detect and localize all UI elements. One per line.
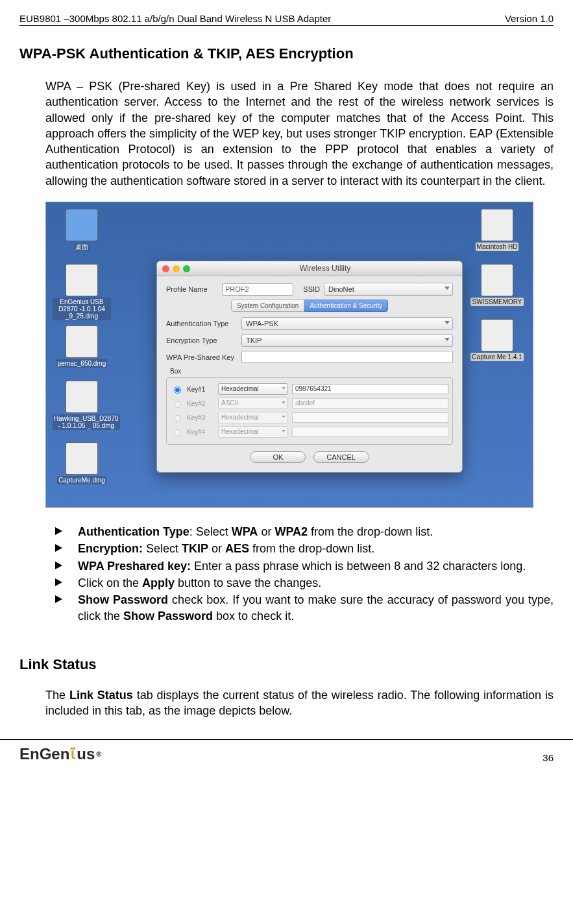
tab-auth-security[interactable]: Authentication & Security	[304, 300, 388, 312]
section-title-link-status: Link Status	[19, 656, 554, 673]
file-icon	[66, 264, 98, 296]
window-titlebar: Wireless Utility	[157, 261, 462, 276]
file-icon	[66, 326, 98, 358]
key2-label: Key#2	[187, 400, 214, 407]
desktop-drive-icon: Macintosh HD	[468, 209, 526, 251]
logo-swirl-icon: ῖ	[71, 746, 75, 763]
psk-field[interactable]	[241, 351, 453, 363]
bullet-encryption: Encryption: Select TKIP or AES from the …	[55, 541, 554, 556]
section2-paragraph: The Link Status tab displays the current…	[45, 687, 554, 719]
key1-type-select[interactable]: Hexadecimal	[218, 383, 288, 395]
app-icon	[481, 319, 513, 351]
bullet-list: Authentication Type: Select WPA or WPA2 …	[55, 524, 554, 624]
desktop-icon-label: CaptureMe.dmg	[57, 476, 106, 484]
key3-label: Key#3	[187, 414, 214, 421]
header-left: EUB9801 –300Mbps 802.11 a/b/g/n Dual Ban…	[19, 13, 331, 24]
psk-label: WPA Pre-Shared Key	[166, 353, 238, 361]
desktop-icon-label: 桌面	[74, 243, 90, 251]
profile-name-label: Profile Name	[166, 285, 218, 293]
window-title: Wireless Utility	[193, 264, 457, 273]
key2-value-field: abcdef	[292, 398, 448, 409]
engenius-logo: EnGenῖus®	[19, 745, 101, 763]
desktop-icon-label: EnGenius USB D2870 -1.0.1.04 _9_25.dmg	[53, 298, 111, 320]
page-number: 36	[543, 752, 554, 763]
wep-key-group: Key#1 Hexadecimal 0987654321 Key#2 ASCII…	[166, 377, 453, 445]
ssid-label: SSID	[297, 285, 320, 293]
ssid-select[interactable]: DinoNet	[324, 283, 453, 296]
wireless-utility-window: Wireless Utility Profile Name PROF2 SSID…	[156, 261, 463, 473]
desktop-icon-label: Hawking_USB_D2870 - 1.0.1.05 _ 05.dmg	[53, 414, 120, 430]
desktop-dmg-icon: EnGenius USB D2870 -1.0.1.04 _9_25.dmg	[53, 264, 111, 320]
drive-icon	[481, 264, 513, 296]
bullet-preshared-key: WPA Preshared key: Enter a pass phrase w…	[55, 558, 554, 574]
bullet-show-password: Show Password check box. If you want to …	[55, 592, 554, 624]
desktop-dmg-icon: Hawking_USB_D2870 - 1.0.1.05 _ 05.dmg	[53, 381, 111, 430]
close-icon[interactable]	[162, 265, 169, 272]
mac-screenshot: 桌面 EnGenius USB D2870 -1.0.1.04 _9_25.dm…	[45, 202, 533, 508]
key2-radio	[174, 401, 181, 408]
bullet-auth-type: Authentication Type: Select WPA or WPA2 …	[55, 524, 554, 539]
desktop-drive-icon: SWISSMEMORY	[468, 264, 526, 306]
cancel-button[interactable]: CANCEL	[313, 451, 369, 463]
section1-paragraph: WPA – PSK (Pre-shared Key) is used in a …	[45, 78, 554, 189]
desktop-folder-icon: 桌面	[53, 209, 111, 251]
key4-label: Key#4	[187, 429, 214, 436]
minimize-icon[interactable]	[173, 265, 180, 272]
drive-icon	[481, 209, 513, 241]
folder-icon	[66, 209, 98, 241]
key3-value-field	[292, 412, 448, 423]
bullet-apply: Click on the Apply button to save the ch…	[55, 575, 554, 591]
desktop-icon-label: Capture Me 1.4.1	[470, 353, 523, 361]
desktop-app-icon: Capture Me 1.4.1	[468, 319, 526, 361]
ok-button[interactable]: OK	[250, 451, 306, 463]
profile-name-field[interactable]: PROF2	[222, 283, 293, 296]
encryption-type-label: Encryption Type	[166, 337, 238, 344]
tab-system-config[interactable]: System Configuration	[231, 300, 305, 312]
auth-type-label: Authentication Type	[166, 320, 238, 327]
file-icon	[66, 381, 98, 413]
key1-radio[interactable]	[174, 386, 181, 394]
file-icon	[66, 442, 98, 475]
desktop-icon-label: pemac_650.dmg	[56, 359, 108, 368]
zoom-icon[interactable]	[183, 265, 190, 272]
key1-value-field[interactable]: 0987654321	[292, 384, 448, 394]
auth-type-select[interactable]: WPA-PSK	[241, 317, 453, 330]
page-footer: EnGenῖus® 36	[0, 739, 573, 773]
encryption-type-select[interactable]: TKIP	[241, 334, 453, 347]
key3-type-select: Hexadecimal	[218, 412, 288, 423]
section-title-wpa: WPA-PSK Authentication & TKIP, AES Encry…	[19, 45, 554, 62]
box-label: Box	[170, 368, 181, 375]
desktop-dmg-icon: CaptureMe.dmg	[53, 442, 111, 484]
desktop-icon-label: SWISSMEMORY	[470, 298, 523, 306]
key4-type-select: Hexadecimal	[218, 426, 288, 438]
key3-radio	[174, 415, 181, 422]
key1-label: Key#1	[187, 386, 214, 393]
key4-radio	[174, 429, 181, 436]
header-right: Version 1.0	[505, 13, 554, 24]
desktop-icon-label: Macintosh HD	[476, 243, 519, 251]
key4-value-field	[292, 427, 448, 437]
key2-type-select: ASCII	[218, 397, 288, 409]
desktop-dmg-icon: pemac_650.dmg	[53, 326, 111, 368]
page-header: EUB9801 –300Mbps 802.11 a/b/g/n Dual Ban…	[19, 13, 554, 26]
